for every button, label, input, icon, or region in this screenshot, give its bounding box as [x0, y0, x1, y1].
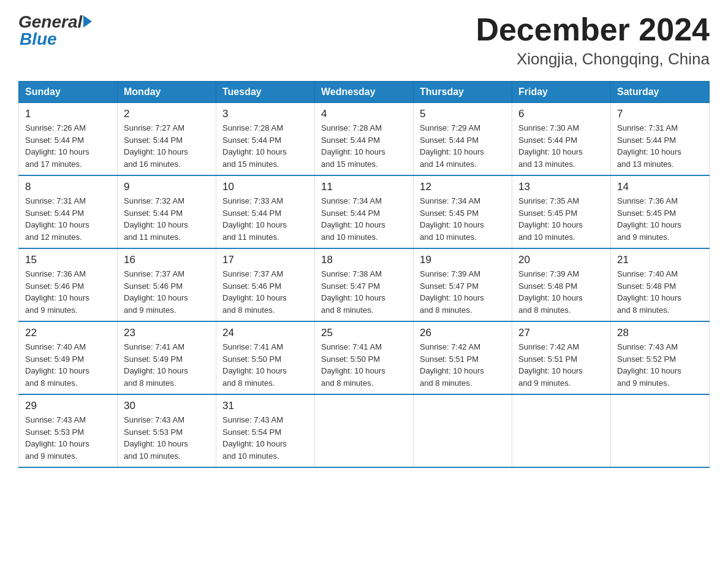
- sunset-text: Sunset: 5:50 PM: [321, 353, 407, 366]
- sunset-text: Sunset: 5:46 PM: [222, 280, 308, 293]
- weekday-header-saturday: Saturday: [611, 82, 710, 103]
- daylight-hours-text: Daylight: 10 hours: [222, 219, 308, 231]
- calendar-day-cell: 9Sunrise: 7:32 AMSunset: 5:44 PMDaylight…: [118, 175, 216, 248]
- day-number: 15: [25, 254, 111, 266]
- calendar-day-cell: 23Sunrise: 7:41 AMSunset: 5:49 PMDayligh…: [118, 321, 216, 394]
- calendar-week-row: 1Sunrise: 7:26 AMSunset: 5:44 PMDaylight…: [19, 103, 710, 176]
- sunset-text: Sunset: 5:53 PM: [25, 426, 111, 439]
- day-number: 22: [25, 327, 111, 339]
- weekday-header-monday: Monday: [118, 82, 216, 103]
- sunrise-text: Sunrise: 7:34 AM: [321, 195, 407, 207]
- calendar-day-cell: 17Sunrise: 7:37 AMSunset: 5:46 PMDayligh…: [216, 248, 315, 321]
- weekday-header-wednesday: Wednesday: [315, 82, 414, 103]
- day-number: 17: [222, 254, 308, 266]
- sunrise-text: Sunrise: 7:40 AM: [617, 268, 703, 280]
- daylight-hours-text: Daylight: 10 hours: [420, 146, 506, 158]
- day-info: Sunrise: 7:39 AMSunset: 5:48 PMDaylight:…: [518, 268, 604, 316]
- calendar-day-cell: 13Sunrise: 7:35 AMSunset: 5:45 PMDayligh…: [512, 175, 611, 248]
- daylight-minutes-text: and 9 minutes.: [617, 231, 703, 243]
- logo-triangle-icon: [83, 15, 92, 28]
- daylight-minutes-text: and 8 minutes.: [617, 304, 703, 316]
- sunset-text: Sunset: 5:45 PM: [420, 207, 506, 220]
- sunrise-text: Sunrise: 7:34 AM: [420, 195, 506, 207]
- weekday-header-thursday: Thursday: [414, 82, 512, 103]
- daylight-hours-text: Daylight: 10 hours: [222, 146, 308, 158]
- sunset-text: Sunset: 5:44 PM: [617, 134, 703, 147]
- sunset-text: Sunset: 5:44 PM: [321, 207, 407, 220]
- day-info: Sunrise: 7:28 AMSunset: 5:44 PMDaylight:…: [321, 122, 407, 170]
- calendar-day-cell: 31Sunrise: 7:43 AMSunset: 5:54 PMDayligh…: [216, 394, 315, 467]
- day-info: Sunrise: 7:30 AMSunset: 5:44 PMDaylight:…: [518, 122, 604, 170]
- daylight-minutes-text: and 12 minutes.: [25, 231, 111, 243]
- day-info: Sunrise: 7:31 AMSunset: 5:44 PMDaylight:…: [25, 195, 111, 243]
- daylight-minutes-text: and 9 minutes.: [25, 450, 111, 462]
- sunrise-text: Sunrise: 7:42 AM: [518, 341, 604, 353]
- day-info: Sunrise: 7:43 AMSunset: 5:54 PMDaylight:…: [222, 414, 308, 462]
- day-info: Sunrise: 7:41 AMSunset: 5:50 PMDaylight:…: [321, 341, 407, 389]
- calendar-day-cell: [315, 394, 414, 467]
- sunset-text: Sunset: 5:49 PM: [25, 353, 111, 366]
- day-info: Sunrise: 7:40 AMSunset: 5:49 PMDaylight:…: [25, 341, 111, 389]
- day-number: 20: [518, 254, 604, 266]
- month-title: December 2024: [476, 12, 710, 47]
- sunset-text: Sunset: 5:47 PM: [420, 280, 506, 293]
- daylight-hours-text: Daylight: 10 hours: [518, 365, 604, 377]
- daylight-minutes-text: and 13 minutes.: [518, 158, 604, 170]
- daylight-minutes-text: and 8 minutes.: [321, 304, 407, 316]
- calendar-day-cell: 10Sunrise: 7:33 AMSunset: 5:44 PMDayligh…: [216, 175, 315, 248]
- daylight-hours-text: Daylight: 10 hours: [617, 146, 703, 158]
- daylight-hours-text: Daylight: 10 hours: [124, 292, 210, 304]
- daylight-minutes-text: and 8 minutes.: [420, 377, 506, 389]
- day-number: 29: [25, 400, 111, 412]
- day-number: 3: [222, 108, 308, 120]
- day-number: 5: [420, 108, 506, 120]
- calendar-day-cell: 4Sunrise: 7:28 AMSunset: 5:44 PMDaylight…: [315, 103, 414, 176]
- calendar-week-row: 29Sunrise: 7:43 AMSunset: 5:53 PMDayligh…: [19, 394, 710, 467]
- calendar-day-cell: 24Sunrise: 7:41 AMSunset: 5:50 PMDayligh…: [216, 321, 315, 394]
- daylight-minutes-text: and 10 minutes.: [321, 231, 407, 243]
- day-info: Sunrise: 7:35 AMSunset: 5:45 PMDaylight:…: [518, 195, 604, 243]
- daylight-minutes-text: and 11 minutes.: [124, 231, 210, 243]
- day-number: 24: [222, 327, 308, 339]
- day-number: 21: [617, 254, 703, 266]
- day-info: Sunrise: 7:26 AMSunset: 5:44 PMDaylight:…: [25, 122, 111, 170]
- day-number: 18: [321, 254, 407, 266]
- calendar-day-cell: 5Sunrise: 7:29 AMSunset: 5:44 PMDaylight…: [414, 103, 512, 176]
- day-info: Sunrise: 7:43 AMSunset: 5:52 PMDaylight:…: [617, 341, 703, 389]
- sunset-text: Sunset: 5:45 PM: [518, 207, 604, 220]
- day-number: 11: [321, 181, 407, 193]
- daylight-minutes-text: and 9 minutes.: [518, 377, 604, 389]
- calendar-day-cell: 8Sunrise: 7:31 AMSunset: 5:44 PMDaylight…: [19, 175, 118, 248]
- daylight-hours-text: Daylight: 10 hours: [25, 292, 111, 304]
- day-number: 30: [124, 400, 210, 412]
- sunset-text: Sunset: 5:51 PM: [518, 353, 604, 366]
- logo: General Blue: [18, 12, 92, 49]
- day-info: Sunrise: 7:41 AMSunset: 5:49 PMDaylight:…: [124, 341, 210, 389]
- daylight-hours-text: Daylight: 10 hours: [222, 365, 308, 377]
- day-number: 16: [124, 254, 210, 266]
- sunrise-text: Sunrise: 7:37 AM: [124, 268, 210, 280]
- daylight-hours-text: Daylight: 10 hours: [124, 438, 210, 450]
- daylight-minutes-text: and 13 minutes.: [617, 158, 703, 170]
- weekday-header-tuesday: Tuesday: [216, 82, 315, 103]
- day-info: Sunrise: 7:29 AMSunset: 5:44 PMDaylight:…: [420, 122, 506, 170]
- calendar-day-cell: [512, 394, 611, 467]
- calendar-day-cell: 28Sunrise: 7:43 AMSunset: 5:52 PMDayligh…: [611, 321, 710, 394]
- day-number: 28: [617, 327, 703, 339]
- sunset-text: Sunset: 5:44 PM: [518, 134, 604, 147]
- day-info: Sunrise: 7:41 AMSunset: 5:50 PMDaylight:…: [222, 341, 308, 389]
- day-number: 10: [222, 181, 308, 193]
- page-header: General Blue December 2024 Xiongjia, Cho…: [18, 12, 710, 69]
- day-info: Sunrise: 7:28 AMSunset: 5:44 PMDaylight:…: [222, 122, 308, 170]
- daylight-hours-text: Daylight: 10 hours: [420, 292, 506, 304]
- daylight-minutes-text: and 8 minutes.: [420, 304, 506, 316]
- daylight-minutes-text: and 8 minutes.: [518, 304, 604, 316]
- sunset-text: Sunset: 5:54 PM: [222, 426, 308, 439]
- calendar-day-cell: 11Sunrise: 7:34 AMSunset: 5:44 PMDayligh…: [315, 175, 414, 248]
- daylight-minutes-text: and 8 minutes.: [222, 304, 308, 316]
- daylight-minutes-text: and 9 minutes.: [124, 304, 210, 316]
- calendar-week-row: 15Sunrise: 7:36 AMSunset: 5:46 PMDayligh…: [19, 248, 710, 321]
- daylight-hours-text: Daylight: 10 hours: [617, 292, 703, 304]
- daylight-minutes-text: and 9 minutes.: [617, 377, 703, 389]
- calendar-week-row: 22Sunrise: 7:40 AMSunset: 5:49 PMDayligh…: [19, 321, 710, 394]
